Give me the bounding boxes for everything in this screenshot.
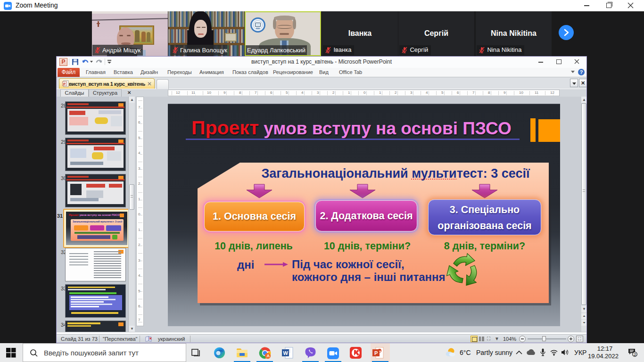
svg-text:P: P (374, 350, 378, 356)
svg-text:W: W (283, 350, 289, 356)
svg-text:2: 2 (634, 352, 636, 357)
svg-text:P: P (63, 82, 66, 86)
svg-text:A: A (266, 354, 270, 358)
